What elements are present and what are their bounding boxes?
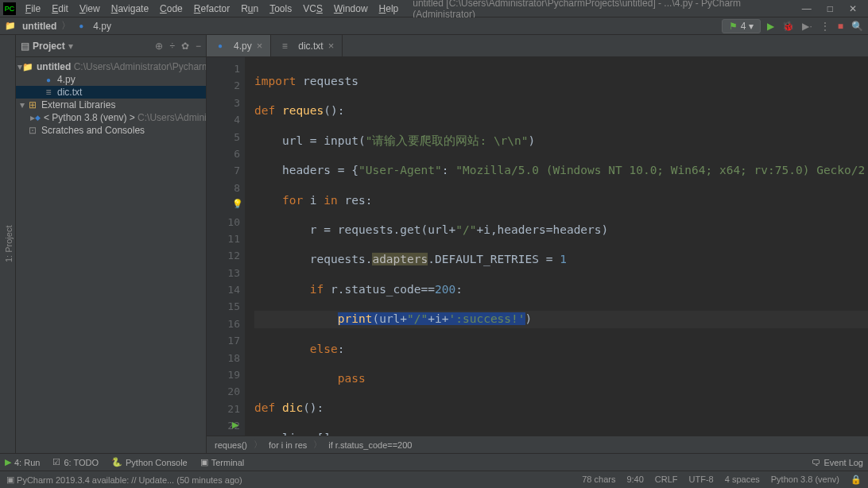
tree-file-dictxt[interactable]: dic.txt bbox=[16, 86, 206, 99]
app-logo: PC bbox=[3, 2, 16, 15]
bc-item[interactable]: if r.status_code==200 bbox=[328, 440, 412, 450]
menu-help[interactable]: Help bbox=[374, 2, 404, 16]
search-icon[interactable]: 🔍 bbox=[851, 21, 863, 32]
window-title: untitled [C:\Users\Administrator\Pycharm… bbox=[413, 0, 801, 20]
collapse-icon[interactable]: ÷ bbox=[169, 41, 175, 52]
status-python[interactable]: Python 3.8 (venv) bbox=[771, 474, 839, 485]
tree-item-label: Scratches and Consoles bbox=[41, 125, 145, 136]
titlebar: PC File Edit View Navigate Code Refactor… bbox=[0, 0, 868, 17]
bc-item[interactable]: reques() bbox=[215, 440, 247, 450]
tree-item-label: < Python 3.8 (venv) > bbox=[44, 112, 135, 123]
status-message[interactable]: PyCharm 2019.3.4 available: // Update...… bbox=[17, 475, 242, 485]
tab-terminal[interactable]: ▣Terminal bbox=[200, 457, 245, 467]
tree-item-label: dic.txt bbox=[57, 87, 82, 98]
minimize-icon[interactable]: — bbox=[802, 3, 812, 14]
chevron-down-icon: ▾ bbox=[17, 99, 27, 110]
menu-file[interactable]: File bbox=[21, 2, 45, 16]
run-icon[interactable]: ▶ bbox=[767, 21, 774, 32]
python-file-icon bbox=[43, 74, 54, 85]
status-chars: 78 chars bbox=[582, 474, 615, 485]
run-config-name: 4 bbox=[741, 21, 746, 32]
library-icon bbox=[27, 99, 38, 110]
tree-external-libs[interactable]: ▾ External Libraries bbox=[16, 99, 206, 111]
status-line-ending[interactable]: CRLF bbox=[655, 474, 678, 485]
maximize-icon[interactable]: □ bbox=[827, 3, 833, 14]
run-config-icon: ⚑ bbox=[729, 21, 738, 32]
project-panel: ▤ Project ▾ ⊕ ÷ ✿ − ▾ untitled C:\Users\… bbox=[16, 35, 207, 453]
tree-item-label: External Libraries bbox=[41, 99, 115, 110]
status-encoding[interactable]: UTF-8 bbox=[689, 474, 714, 485]
hide-icon[interactable]: − bbox=[196, 41, 201, 52]
editor: 4.py × dic.txt × 1234 5678 9101112 13141… bbox=[207, 35, 868, 453]
menu-vcs[interactable]: VCS bbox=[298, 2, 327, 16]
chevron-down-icon[interactable]: ▾ bbox=[68, 41, 73, 52]
menu-run[interactable]: Run bbox=[236, 2, 263, 16]
text-file-icon bbox=[43, 87, 54, 98]
text-file-icon bbox=[279, 41, 290, 52]
intention-bulb-icon[interactable]: 💡 bbox=[232, 199, 243, 209]
tree-root-hint: C:\Users\Administrator\PycharmPro... bbox=[74, 61, 206, 72]
tree-root[interactable]: ▾ untitled C:\Users\Administrator\Pychar… bbox=[16, 60, 206, 73]
tab-todo[interactable]: ☑6: TODO bbox=[52, 457, 99, 467]
folder-icon bbox=[22, 61, 33, 72]
folder-icon bbox=[5, 21, 16, 32]
tree-item-hint: C:\Users\Administrato... bbox=[138, 112, 206, 123]
tree-item-label: 4.py bbox=[57, 74, 76, 85]
settings-icon[interactable]: ✿ bbox=[181, 41, 189, 52]
navigation-bar: untitled 〉 4.py ⚑ 4 ▾ ▶ 🐞 ▶· ⋮ ■ 🔍 bbox=[0, 17, 868, 35]
terminal-icon: ▣ bbox=[200, 457, 208, 467]
bc-item[interactable]: for i in res bbox=[269, 440, 307, 450]
close-tab-icon[interactable]: × bbox=[257, 40, 263, 52]
debug-icon[interactable]: 🐞 bbox=[782, 21, 794, 32]
tree-scratches[interactable]: Scratches and Consoles bbox=[16, 124, 206, 137]
menu-view[interactable]: View bbox=[75, 2, 105, 16]
tool-project-tab[interactable]: 1: Project bbox=[2, 35, 15, 453]
tab-dictxt[interactable]: dic.txt × bbox=[271, 35, 343, 56]
tab-run[interactable]: ▶4: Run bbox=[5, 457, 40, 467]
stop-icon[interactable]: ■ bbox=[838, 21, 843, 32]
status-windows-icon[interactable]: ▣ bbox=[6, 474, 14, 485]
editor-tabs: 4.py × dic.txt × bbox=[207, 35, 868, 57]
menu-tools[interactable]: Tools bbox=[265, 2, 296, 16]
tab-4py[interactable]: 4.py × bbox=[207, 35, 271, 56]
run-icon: ▶ bbox=[5, 457, 11, 467]
main-menu: File Edit View Navigate Code Refactor Ru… bbox=[21, 2, 403, 16]
menu-edit[interactable]: Edit bbox=[47, 2, 73, 16]
menu-code[interactable]: Code bbox=[155, 2, 188, 16]
run-line-icon[interactable]: ▶ bbox=[232, 420, 238, 430]
tree-root-label: untitled bbox=[37, 61, 71, 72]
status-indent[interactable]: 4 spaces bbox=[725, 474, 760, 485]
line-gutter: 1234 5678 9101112 13141516 17181920 2122… bbox=[207, 57, 245, 436]
menu-navigate[interactable]: Navigate bbox=[107, 2, 153, 16]
tab-python-console[interactable]: 🐍Python Console bbox=[111, 457, 188, 467]
tool-structure-tab[interactable]: 7: Structure bbox=[0, 242, 2, 453]
code-content[interactable]: import requests def reques(): url = inpu… bbox=[245, 57, 868, 436]
close-icon[interactable]: ✕ bbox=[849, 3, 857, 14]
run-config-selector[interactable]: ⚑ 4 ▾ bbox=[722, 19, 761, 33]
crumb-file[interactable]: 4.py bbox=[93, 21, 111, 32]
bottom-tool-tabs: ▶4: Run ☑6: TODO 🐍Python Console ▣Termin… bbox=[0, 453, 868, 471]
event-log-button[interactable]: 🗨Event Log bbox=[812, 458, 863, 467]
status-caret-pos[interactable]: 9:40 bbox=[626, 474, 643, 485]
crumb-project[interactable]: untitled bbox=[22, 21, 56, 32]
code-editor[interactable]: 1234 5678 9101112 13141516 17181920 2122… bbox=[207, 57, 868, 436]
menu-window[interactable]: Window bbox=[329, 2, 373, 16]
status-lock-icon[interactable]: 🔒 bbox=[851, 474, 862, 485]
chevron-right-icon: 〉 bbox=[61, 19, 71, 33]
scratch-icon bbox=[27, 125, 38, 136]
tab-label: 4.py bbox=[234, 41, 252, 52]
project-panel-title: Project bbox=[33, 41, 65, 52]
tab-label: dic.txt bbox=[298, 41, 323, 52]
tree-file-4py[interactable]: 4.py bbox=[16, 73, 206, 86]
locate-icon[interactable]: ⊕ bbox=[155, 41, 163, 52]
left-tool-stripe: 1: Project 7: Structure 2: Favorites bbox=[0, 35, 16, 453]
python-icon: 🐍 bbox=[111, 457, 122, 467]
menu-refactor[interactable]: Refactor bbox=[189, 2, 234, 16]
python-file-icon bbox=[215, 41, 226, 52]
tree-python-env[interactable]: ▸ < Python 3.8 (venv) > C:\Users\Adminis… bbox=[16, 111, 206, 124]
python-icon bbox=[35, 112, 41, 123]
attach-icon[interactable]: ⋮ bbox=[820, 21, 830, 32]
code-breadcrumb: reques() 〉 for i in res 〉 if r.status_co… bbox=[207, 436, 868, 453]
coverage-icon[interactable]: ▶· bbox=[802, 21, 812, 32]
close-tab-icon[interactable]: × bbox=[328, 40, 335, 52]
